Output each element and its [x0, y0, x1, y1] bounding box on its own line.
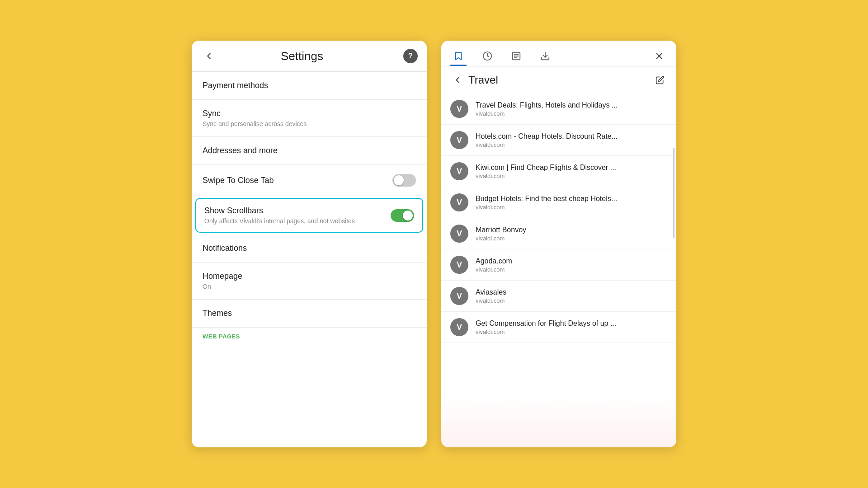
swipe-close-title: Swipe To Close Tab	[203, 176, 274, 185]
payment-methods-title: Payment methods	[203, 81, 268, 90]
bookmark-favicon: V	[450, 287, 468, 305]
scrollbar-indicator[interactable]	[673, 148, 675, 238]
notifications-title: Notifications	[203, 244, 247, 253]
bookmark-item[interactable]: V Get Compensation for Flight Delays of …	[441, 312, 676, 343]
themes-title: Themes	[203, 309, 232, 318]
bookmark-title: Hotels.com - Cheap Hotels, Discount Rate…	[476, 132, 667, 141]
tab-history[interactable]	[479, 46, 495, 66]
tab-bookmarks[interactable]	[450, 46, 467, 66]
bookmark-favicon: V	[450, 256, 468, 274]
settings-item-swipe-close[interactable]: Swipe To Close Tab	[192, 165, 427, 196]
homepage-title: Homepage	[203, 272, 242, 281]
web-pages-section-label: WEB PAGES	[192, 328, 427, 343]
screen-container: Settings ? Payment methods Sync Sync and…	[192, 41, 676, 447]
settings-title: Settings	[217, 49, 387, 63]
bookmark-url: vivaldi.com	[476, 173, 667, 179]
bookmark-title: Budget Hotels: Find the best cheap Hotel…	[476, 195, 667, 203]
bookmark-item[interactable]: V Kiwi.com | Find Cheap Flights & Discov…	[441, 156, 676, 187]
bookmark-favicon: V	[450, 225, 468, 243]
tab-reading-list[interactable]	[508, 46, 524, 66]
addresses-title: Addresses and more	[203, 146, 278, 155]
settings-help-button[interactable]: ?	[403, 49, 418, 63]
bookmarks-header: Travel	[441, 66, 676, 94]
bookmark-title: Kiwi.com | Find Cheap Flights & Discover…	[476, 164, 667, 172]
bookmark-item[interactable]: V Aviasales vivaldi.com	[441, 281, 676, 312]
tab-downloads[interactable]	[537, 46, 553, 66]
bookmarks-folder-title: Travel	[468, 74, 653, 86]
bookmarks-edit-button[interactable]	[653, 73, 667, 87]
settings-item-homepage[interactable]: Homepage On	[192, 263, 427, 300]
bookmark-item[interactable]: V Budget Hotels: Find the best cheap Hot…	[441, 187, 676, 218]
settings-item-show-scrollbars[interactable]: Show Scrollbars Only affects Vivaldi's i…	[195, 198, 423, 233]
bookmark-title: Marriott Bonvoy	[476, 226, 667, 234]
settings-item-addresses[interactable]: Addresses and more	[192, 137, 427, 165]
settings-list: Payment methods Sync Sync and personalis…	[192, 72, 427, 343]
bookmark-url: vivaldi.com	[476, 235, 667, 242]
bookmark-item[interactable]: V Travel Deals: Flights, Hotels and Holi…	[441, 94, 676, 125]
bookmark-favicon: V	[450, 162, 468, 180]
settings-back-button[interactable]	[201, 48, 217, 64]
show-scrollbars-toggle-thumb	[403, 211, 413, 221]
bookmark-url: vivaldi.com	[476, 141, 667, 148]
settings-panel: Settings ? Payment methods Sync Sync and…	[192, 41, 427, 447]
swipe-close-toggle-track	[392, 174, 416, 187]
bookmark-url: vivaldi.com	[476, 266, 667, 273]
bookmark-title: Aviasales	[476, 288, 667, 296]
settings-header: Settings ?	[192, 41, 427, 72]
settings-item-themes[interactable]: Themes	[192, 300, 427, 328]
bookmarks-list: V Travel Deals: Flights, Hotels and Holi…	[441, 94, 676, 447]
homepage-subtitle: On	[203, 283, 242, 290]
bookmark-url: vivaldi.com	[476, 328, 667, 335]
bookmarks-panel: Travel V Travel Deals: Flights, Hotels a…	[441, 41, 676, 447]
bookmark-item[interactable]: V Agoda.com vivaldi.com	[441, 249, 676, 281]
sync-title: Sync	[203, 109, 307, 118]
show-scrollbars-title: Show Scrollbars	[204, 206, 355, 216]
bookmark-title: Travel Deals: Flights, Hotels and Holida…	[476, 101, 667, 109]
swipe-close-toggle[interactable]	[392, 174, 416, 187]
bookmark-favicon: V	[450, 131, 468, 149]
show-scrollbars-toggle-track	[391, 209, 414, 222]
tab-icons-group	[450, 46, 553, 66]
bookmark-favicon: V	[450, 100, 468, 118]
bookmark-url: vivaldi.com	[476, 204, 667, 211]
bookmark-favicon: V	[450, 318, 468, 336]
sync-subtitle: Sync and personalise across devices	[203, 120, 307, 127]
settings-item-sync[interactable]: Sync Sync and personalise across devices	[192, 100, 427, 137]
bookmark-url: vivaldi.com	[476, 297, 667, 304]
bookmarks-back-button[interactable]	[450, 73, 465, 87]
bookmark-url: vivaldi.com	[476, 110, 667, 117]
show-scrollbars-toggle[interactable]	[391, 209, 414, 222]
bookmark-item[interactable]: V Marriott Bonvoy vivaldi.com	[441, 218, 676, 249]
show-scrollbars-subtitle: Only affects Vivaldi's internal pages, a…	[204, 217, 355, 225]
settings-item-notifications[interactable]: Notifications	[192, 235, 427, 263]
bookmark-title: Agoda.com	[476, 257, 667, 265]
bookmarks-tabs	[441, 41, 676, 66]
bookmark-title: Get Compensation for Flight Delays of up…	[476, 319, 667, 328]
settings-item-payment-methods[interactable]: Payment methods	[192, 72, 427, 100]
bookmark-favicon: V	[450, 193, 468, 211]
bookmark-item[interactable]: V Hotels.com - Cheap Hotels, Discount Ra…	[441, 125, 676, 156]
swipe-close-toggle-thumb	[394, 175, 404, 185]
panel-close-button[interactable]	[651, 48, 667, 64]
